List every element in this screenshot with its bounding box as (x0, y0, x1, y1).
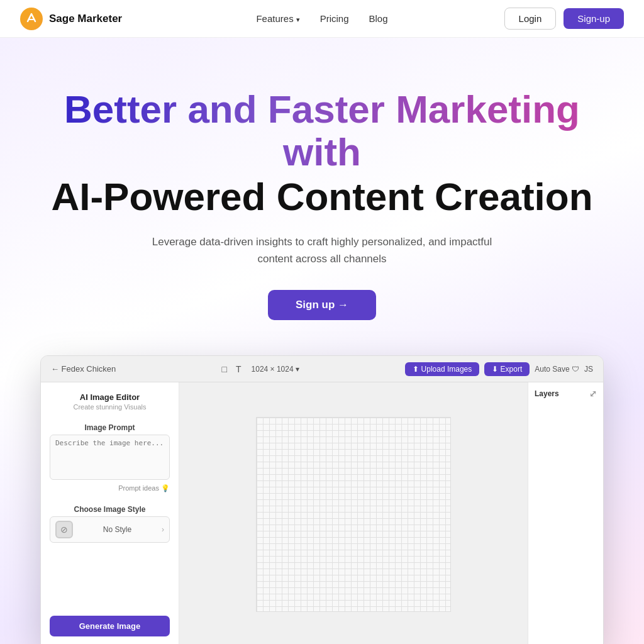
sidebar-header: AI Image Editor Create stunning Visuals (50, 392, 170, 411)
titlebar-center: □ T 644 × 644 ▾ (222, 364, 299, 374)
layers-expand-icon[interactable]: ⤢ (589, 389, 597, 399)
hero-subtitle: Leverage data-driven insights to craft h… (146, 233, 498, 267)
features-chevron-icon (296, 13, 300, 24)
titlebar-left: ← Fedex Chicken (51, 364, 116, 374)
layers-header: Layers ⤢ (535, 389, 597, 399)
nav-pricing[interactable]: Pricing (320, 13, 349, 24)
canvas-grid[interactable] (256, 417, 451, 612)
screenshot-container: ← Fedex Chicken □ T 644 × 644 ▾ ⬆ Uplo… (20, 355, 624, 644)
brand-name: Sage Marketer (49, 13, 122, 25)
app-canvas (179, 382, 528, 644)
image-prompt-input[interactable] (50, 435, 170, 480)
app-titlebar: ← Fedex Chicken □ T 644 × 644 ▾ ⬆ Uplo… (41, 356, 603, 382)
titlebar-right: ⬆ Upload Images ⬇ Export Auto Save 🛡 JS (405, 362, 593, 376)
nav-features[interactable]: Features (256, 13, 299, 24)
style-chevron-icon: › (162, 525, 164, 534)
sidebar-subtitle: Create stunning Visuals (50, 403, 170, 411)
no-style-icon: ⊘ (55, 521, 73, 538)
style-value: No Style (78, 525, 157, 534)
layers-title: Layers (535, 389, 559, 398)
shape-tool-icon[interactable]: □ (222, 364, 227, 374)
prompt-ideas-row: Prompt ideas 💡 (50, 484, 170, 492)
dimensions-selector[interactable]: 644 × 644 ▾ (252, 365, 299, 374)
sidebar-bottom: Generate Image (50, 616, 170, 636)
hero-title-line2: AI-Powered Content Creation (20, 174, 624, 220)
app-window: ← Fedex Chicken □ T 644 × 644 ▾ ⬆ Uplo… (40, 355, 604, 644)
js-indicator: JS (584, 365, 593, 374)
hero-title-line1: Better and Faster Marketing with (20, 88, 624, 174)
prompt-ideas-label[interactable]: Prompt ideas 💡 (118, 484, 170, 492)
navbar: Sage Marketer Features Pricing Blog Logi… (0, 0, 644, 38)
hero-section: Better and Faster Marketing with AI-Powe… (0, 38, 644, 644)
logo-icon (20, 8, 43, 30)
text-tool-icon[interactable]: T (236, 364, 242, 374)
autosave-indicator: Auto Save 🛡 (535, 365, 579, 374)
login-button[interactable]: Login (504, 8, 557, 30)
style-selector[interactable]: ⊘ No Style › (50, 516, 170, 543)
image-prompt-label: Image Prompt (50, 423, 170, 432)
logo-link[interactable]: Sage Marketer (20, 8, 122, 30)
nav-actions: Login Sign-up (504, 8, 624, 30)
upload-images-button[interactable]: ⬆ Upload Images (405, 362, 479, 376)
sidebar-title: AI Image Editor (50, 392, 170, 402)
hero-cta-button[interactable]: Sign up → (268, 290, 376, 320)
app-sidebar: AI Image Editor Create stunning Visuals … (41, 382, 179, 644)
app-body: AI Image Editor Create stunning Visuals … (41, 382, 603, 644)
signup-nav-button[interactable]: Sign-up (564, 8, 624, 29)
image-style-group: Choose Image Style ⊘ No Style › (50, 500, 170, 543)
generate-image-button[interactable]: Generate Image (50, 616, 170, 636)
export-button[interactable]: ⬇ Export (484, 362, 530, 376)
nav-blog[interactable]: Blog (369, 13, 388, 24)
image-prompt-group: Image Prompt Prompt ideas 💡 (50, 418, 170, 492)
nav-links: Features Pricing Blog (256, 13, 387, 24)
back-navigation[interactable]: ← Fedex Chicken (51, 364, 116, 374)
app-layers: Layers ⤢ (528, 382, 603, 644)
choose-style-label: Choose Image Style (50, 505, 170, 514)
